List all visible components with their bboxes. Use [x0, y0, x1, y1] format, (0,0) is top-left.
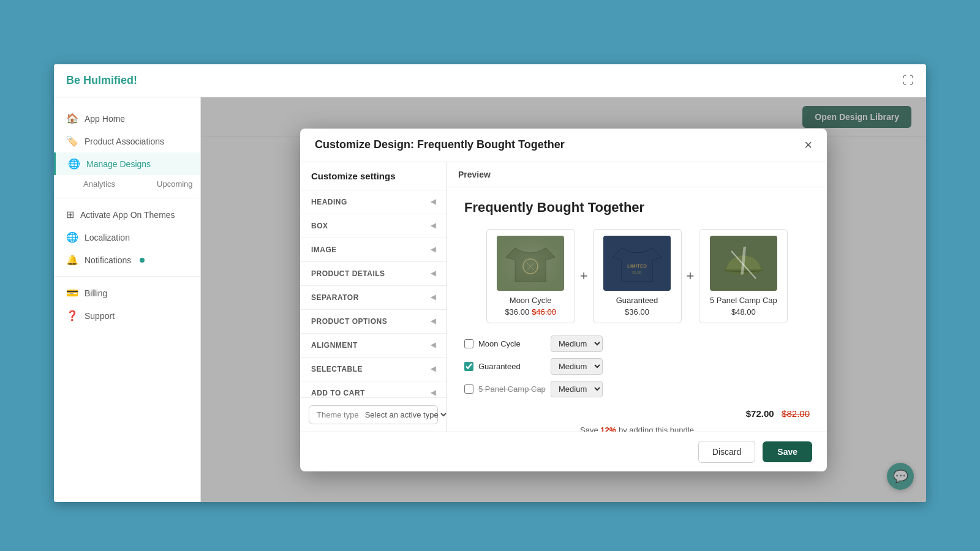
sidebar-label-product-associations: Product Associations — [85, 137, 164, 146]
settings-item-heading[interactable]: HEADING ◀ — [300, 190, 447, 214]
billing-icon: 💳 — [66, 287, 78, 299]
modal-header: Customize Design: Frequently Bought Toge… — [300, 129, 827, 162]
sidebar-item-product-associations[interactable]: 🏷️ Product Associations — [54, 130, 200, 152]
customize-modal: Customize Design: Frequently Bought Toge… — [300, 129, 827, 471]
option-item-guaranteed: Guaranteed Medium Small Large XL — [464, 358, 810, 375]
product-card-guaranteed: LIMITED BLUE Guaranteed $36.00 — [593, 229, 682, 323]
save-percent: 12% — [600, 425, 616, 432]
option-checkbox-guaranteed[interactable] — [464, 362, 473, 371]
modal-body: Customize settings HEADING ◀ BOX ◀ — [300, 162, 827, 432]
support-icon: ❓ — [66, 310, 78, 321]
arrow-icon-alignment: ◀ — [431, 341, 436, 349]
option-item-camp-cap: 5 Panel Camp Cap Medium Small Large XL — [464, 381, 810, 397]
plus-icon-1: + — [580, 268, 588, 284]
product-original-price-moon-cycle: $46.00 — [532, 307, 556, 317]
settings-item-product-options[interactable]: PRODUCT OPTIONS ◀ — [300, 310, 447, 334]
logo-prefix: Be — [66, 74, 83, 86]
sidebar-label-upcoming: Upcoming — [157, 179, 193, 189]
tag-icon: 🏷️ — [66, 135, 78, 147]
discard-button[interactable]: Discard — [698, 441, 755, 463]
globe-icon: 🌐 — [68, 158, 80, 170]
sidebar-item-activate-app[interactable]: ⊞ Activate App On Themes — [54, 203, 200, 226]
svg-text:LIMITED: LIMITED — [627, 263, 647, 269]
settings-scroll: HEADING ◀ BOX ◀ IMAGE ◀ — [300, 190, 447, 397]
sidebar-label-support: Support — [85, 311, 115, 321]
main-content: Open Design Library Customize Design: Fr… — [201, 97, 926, 502]
sidebar-item-notifications[interactable]: 🔔 Notifications — [54, 249, 200, 271]
fullscreen-button[interactable]: ⛶ — [903, 74, 914, 87]
arrow-icon-separator: ◀ — [431, 293, 436, 301]
preview-scroll: Frequently Bought Together — [447, 187, 827, 432]
sidebar-divider-1 — [54, 198, 200, 198]
save-button[interactable]: Save — [763, 441, 812, 462]
app-header: Be Hulmified! ⛶ — [54, 64, 926, 97]
app-body: 🏠 App Home 🏷️ Product Associations 🌐 Man… — [54, 97, 926, 502]
preview-panel: Preview Frequently Bought Together — [447, 162, 827, 432]
arrow-icon-heading: ◀ — [431, 198, 436, 206]
product-price-camp-cap: $48.00 — [706, 307, 781, 317]
modal-backdrop: Customize Design: Frequently Bought Toge… — [201, 97, 926, 502]
svg-point-0 — [523, 259, 538, 274]
app-logo: Be Hulmified! — [66, 74, 137, 87]
product-image-camp-cap — [710, 236, 777, 291]
modal-title: Customize Design: Frequently Bought Toge… — [315, 138, 565, 151]
option-size-guaranteed[interactable]: Medium Small Large XL — [551, 358, 603, 375]
product-name-camp-cap: 5 Panel Camp Cap — [706, 296, 781, 305]
sidebar-item-app-home[interactable]: 🏠 App Home — [54, 107, 200, 130]
logo-brand: Hulmified! — [83, 74, 137, 86]
tshirt-svg-moon-cycle — [506, 242, 555, 285]
settings-item-separator[interactable]: SEPARATOR ◀ — [300, 286, 447, 310]
settings-item-product-details[interactable]: PRODUCT DETAILS ◀ — [300, 262, 447, 286]
sidebar-item-billing[interactable]: 💳 Billing — [54, 282, 200, 304]
option-size-camp-cap[interactable]: Medium Small Large XL — [551, 381, 603, 397]
settings-item-box[interactable]: BOX ◀ — [300, 214, 447, 238]
preview-section-title: Frequently Bought Together — [464, 200, 810, 216]
arrow-icon-add-to-cart: ◀ — [431, 389, 436, 397]
sidebar-label-analytics: Analytics — [83, 179, 115, 189]
option-label-moon-cycle: Moon Cycle — [478, 339, 546, 348]
sidebar-item-localization[interactable]: 🌐 Localization — [54, 226, 200, 249]
sidebar-divider-2 — [54, 276, 200, 277]
product-name-guaranteed: Guaranteed — [600, 296, 675, 305]
arrow-icon-product-details: ◀ — [431, 269, 436, 277]
settings-item-add-to-cart[interactable]: ADD TO CART ◀ — [300, 381, 447, 397]
settings-item-alignment[interactable]: ALIGNMENT ◀ — [300, 334, 447, 358]
price-summary: $72.00 $82.00 — [464, 408, 810, 419]
settings-panel: Customize settings HEADING ◀ BOX ◀ — [300, 162, 447, 432]
option-checkbox-moon-cycle[interactable] — [464, 339, 473, 348]
product-price-moon-cycle: $36.00$46.00 — [493, 307, 568, 317]
settings-footer: Theme typeSelect an active type — [300, 397, 447, 432]
plus-icon-2: + — [687, 268, 695, 284]
settings-item-selectable[interactable]: SELECTABLE ◀ — [300, 358, 447, 381]
product-price-guaranteed: $36.00 — [600, 307, 675, 317]
modal-footer: Discard Save — [300, 432, 827, 471]
sidebar-item-analytics[interactable]: Analytics — [54, 175, 127, 193]
option-label-camp-cap: 5 Panel Camp Cap — [478, 384, 546, 394]
svg-text:BLUE: BLUE — [632, 271, 642, 274]
cap-svg — [719, 242, 768, 285]
settings-title: Customize settings — [300, 162, 447, 190]
sidebar-item-support[interactable]: ❓ Support — [54, 304, 200, 327]
option-size-moon-cycle[interactable]: Medium Small Large XL — [551, 335, 603, 352]
bell-icon: 🔔 — [66, 254, 78, 266]
product-name-moon-cycle: Moon Cycle — [493, 296, 568, 305]
theme-type-container: Theme typeSelect an active type — [309, 405, 438, 424]
preview-header: Preview — [447, 162, 827, 187]
sidebar-label-localization: Localization — [85, 233, 130, 242]
arrow-icon-product-options: ◀ — [431, 317, 436, 325]
settings-item-image[interactable]: IMAGE ◀ — [300, 238, 447, 262]
option-label-guaranteed: Guaranteed — [478, 362, 546, 371]
sidebar-label-app-home: App Home — [85, 114, 125, 124]
product-image-guaranteed: LIMITED BLUE — [603, 236, 671, 291]
sidebar-item-manage-designs[interactable]: 🌐 Manage Designs — [54, 152, 200, 175]
theme-type-select-inner[interactable]: Select an active type — [363, 410, 448, 420]
app-window: Be Hulmified! ⛶ 🏠 App Home 🏷️ Product As… — [54, 64, 926, 502]
tshirt-svg-guaranteed: LIMITED BLUE — [612, 242, 662, 285]
option-checkbox-camp-cap[interactable] — [464, 384, 473, 394]
products-row: Moon Cycle $36.00$46.00 + — [464, 229, 810, 323]
sidebar-label-manage-designs: Manage Designs — [86, 159, 151, 169]
grid-icon: ⊞ — [66, 209, 74, 220]
sidebar-item-upcoming[interactable]: Upcoming — [127, 175, 205, 193]
modal-close-button[interactable]: × — [804, 138, 812, 152]
sidebar-label-notifications: Notifications — [85, 255, 131, 265]
